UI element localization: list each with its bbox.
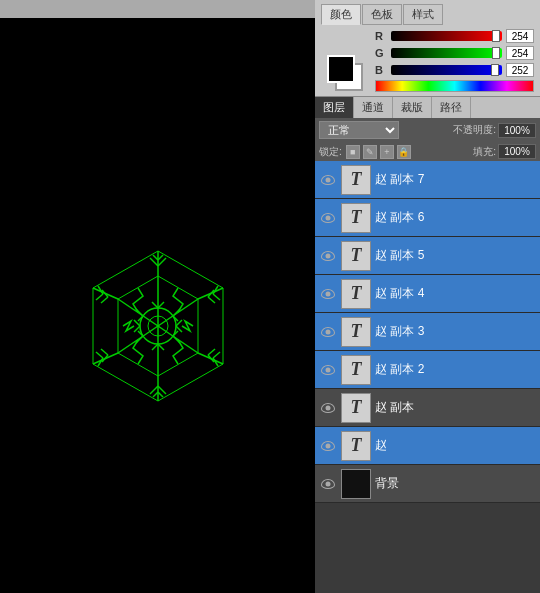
color-panel: 颜色 色板 样式 R 254 (315, 0, 540, 96)
layer-eye-icon[interactable] (319, 323, 337, 341)
slider-row-g: G 254 (375, 46, 534, 60)
layer-name: 赵 (375, 437, 536, 454)
right-panel: 颜色 色板 样式 R 254 (315, 0, 540, 593)
tab-color[interactable]: 颜色 (321, 4, 361, 25)
fill-toolbar: 锁定: ■ ✎ + 🔒 填充: (315, 142, 540, 161)
snowflake-container (68, 236, 248, 416)
opacity-input[interactable] (498, 123, 536, 138)
swatch-foreground[interactable] (327, 55, 355, 83)
r-thumb (492, 30, 500, 42)
canvas-content (0, 18, 315, 593)
b-label: B (375, 64, 387, 76)
svg-line-13 (213, 294, 220, 300)
fill-input[interactable] (498, 144, 536, 159)
slider-row-b: B 252 (375, 63, 534, 77)
layers-toolbar: 正常 不透明度: (315, 118, 540, 142)
layer-item[interactable]: T赵 副本 (315, 389, 540, 427)
layers-list: T赵 副本 7T赵 副本 6T赵 副本 5T赵 副本 4T赵 副本 3T赵 副本… (315, 161, 540, 593)
b-thumb (491, 64, 499, 76)
lock-paint-icon[interactable]: ✎ (363, 145, 377, 159)
layer-name: 背景 (375, 475, 536, 492)
svg-line-48 (158, 344, 164, 350)
lock-all-icon[interactable]: 🔒 (397, 145, 411, 159)
svg-line-31 (101, 297, 108, 303)
layers-tabs: 图层 通道 裁版 路径 (315, 96, 540, 118)
r-slider[interactable] (391, 31, 502, 41)
color-bar[interactable] (375, 80, 534, 92)
lock-move-icon[interactable]: + (380, 145, 394, 159)
tab-swatches[interactable]: 色板 (362, 4, 402, 25)
canvas-area (0, 0, 315, 593)
layer-item[interactable]: T赵 副本 5 (315, 237, 540, 275)
lock-transparent-icon[interactable]: ■ (346, 145, 360, 159)
tab-styles[interactable]: 样式 (403, 4, 443, 25)
color-sliders: R 254 G 254 B (375, 29, 534, 92)
layer-name: 赵 副本 7 (375, 171, 536, 188)
lock-icons: ■ ✎ + 🔒 (346, 145, 411, 159)
blend-mode-select[interactable]: 正常 (319, 121, 399, 139)
svg-line-18 (208, 349, 215, 355)
svg-line-26 (101, 349, 108, 355)
layer-eye-icon[interactable] (319, 437, 337, 455)
layer-thumb: T (341, 431, 371, 461)
color-panel-body: R 254 G 254 B (321, 29, 534, 92)
lock-label: 锁定: (319, 145, 342, 159)
svg-line-15 (208, 297, 215, 303)
layer-name: 赵 副本 4 (375, 285, 536, 302)
layer-thumb: T (341, 241, 371, 271)
layer-item[interactable]: T赵 副本 2 (315, 351, 540, 389)
layer-eye-icon[interactable] (319, 475, 337, 493)
r-value[interactable]: 254 (506, 29, 534, 43)
layer-name: 赵 副本 (375, 399, 536, 416)
svg-line-46 (158, 302, 164, 308)
layer-eye-icon[interactable] (319, 247, 337, 265)
canvas-top-bar (0, 0, 315, 18)
tab-layers[interactable]: 图层 (315, 97, 354, 118)
layer-name: 赵 副本 3 (375, 323, 536, 340)
tab-crop[interactable]: 裁版 (393, 97, 432, 118)
opacity-label: 不透明度: (453, 123, 496, 137)
b-value[interactable]: 252 (506, 63, 534, 77)
b-slider[interactable] (391, 65, 502, 75)
layer-item[interactable]: 背景 (315, 465, 540, 503)
g-label: G (375, 47, 387, 59)
layer-eye-icon[interactable] (319, 209, 337, 227)
svg-line-16 (213, 352, 220, 358)
layer-item[interactable]: T赵 副本 7 (315, 161, 540, 199)
layer-thumb (341, 469, 371, 499)
r-label: R (375, 30, 387, 42)
opacity-row: 不透明度: (453, 123, 536, 138)
layer-name: 赵 副本 5 (375, 247, 536, 264)
layer-eye-icon[interactable] (319, 171, 337, 189)
g-slider[interactable] (391, 48, 502, 58)
layer-name: 赵 副本 6 (375, 209, 536, 226)
svg-line-45 (152, 302, 158, 308)
layer-eye-icon[interactable] (319, 285, 337, 303)
layer-eye-icon[interactable] (319, 361, 337, 379)
layer-item[interactable]: T赵 副本 4 (315, 275, 540, 313)
layer-item[interactable]: T赵 副本 6 (315, 199, 540, 237)
svg-line-24 (96, 352, 103, 358)
slider-row-r: R 254 (375, 29, 534, 43)
tab-paths[interactable]: 路径 (432, 97, 471, 118)
layer-item[interactable]: T赵 (315, 427, 540, 465)
layer-thumb: T (341, 355, 371, 385)
layer-thumb: T (341, 203, 371, 233)
layer-item[interactable]: T赵 副本 3 (315, 313, 540, 351)
swatch-area (321, 29, 371, 73)
panel-tabs: 颜色 色板 样式 (321, 4, 534, 25)
layer-thumb: T (341, 165, 371, 195)
layer-thumb: T (341, 393, 371, 423)
fill-label: 填充: (473, 145, 496, 159)
svg-line-29 (96, 294, 103, 300)
layer-name: 赵 副本 2 (375, 361, 536, 378)
layer-thumb: T (341, 279, 371, 309)
tab-channels[interactable]: 通道 (354, 97, 393, 118)
layer-thumb: T (341, 317, 371, 347)
g-value[interactable]: 254 (506, 46, 534, 60)
layer-eye-icon[interactable] (319, 399, 337, 417)
fill-row: 填充: (473, 144, 536, 159)
app-container: 颜色 色板 样式 R 254 (0, 0, 540, 593)
layers-panel: 图层 通道 裁版 路径 正常 不透明度: 锁定: ■ ✎ (315, 96, 540, 593)
svg-line-47 (152, 344, 158, 350)
